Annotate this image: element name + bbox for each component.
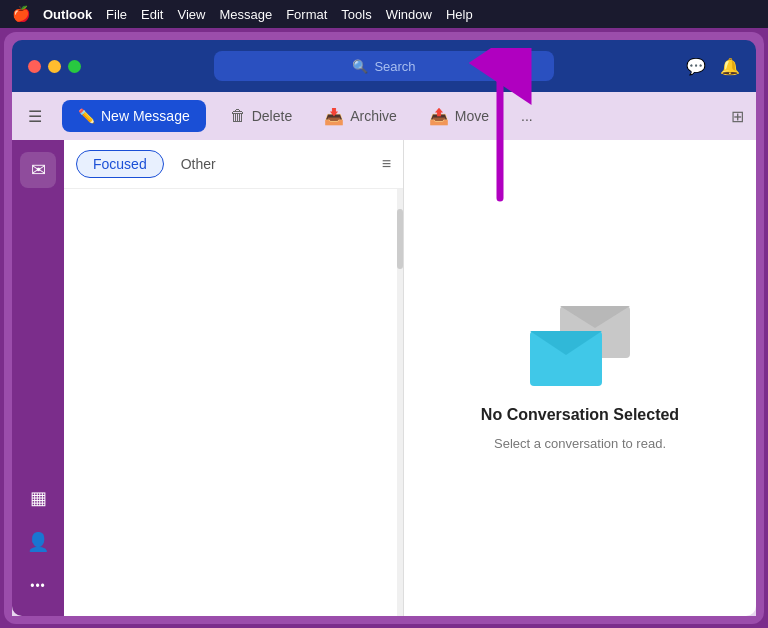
filter-icon[interactable]: ≡ (382, 155, 391, 173)
minimize-button[interactable] (48, 60, 61, 73)
title-bar-actions: 💬 🔔 (686, 57, 740, 76)
more-icon: ••• (30, 579, 46, 593)
hamburger-button[interactable]: ☰ (24, 103, 46, 130)
move-label: Move (455, 108, 489, 124)
move-action[interactable]: 📤 Move (421, 101, 497, 132)
no-conversation-subtitle: Select a conversation to read. (494, 436, 666, 451)
sidebar-item-contacts[interactable]: 👤 (20, 524, 56, 560)
email-list-panel: Focused Other ≡ (64, 140, 404, 616)
archive-action[interactable]: 📥 Archive (316, 101, 405, 132)
new-message-button[interactable]: ✏️ New Message (62, 100, 206, 132)
menu-item-view[interactable]: View (177, 7, 205, 22)
close-button[interactable] (28, 60, 41, 73)
archive-icon: 📥 (324, 107, 344, 126)
more-action[interactable]: ... (513, 102, 541, 130)
sidebar-item-mail[interactable]: ✉ (20, 152, 56, 188)
menu-item-message[interactable]: Message (219, 7, 272, 22)
no-conversation-title: No Conversation Selected (481, 406, 679, 424)
menu-item-tools[interactable]: Tools (341, 7, 371, 22)
move-icon: 📤 (429, 107, 449, 126)
notification-icon[interactable]: 🔔 (720, 57, 740, 76)
search-input[interactable]: 🔍 Search (214, 51, 554, 81)
menu-item-edit[interactable]: Edit (141, 7, 163, 22)
envelope-illustration (530, 306, 630, 386)
delete-icon: 🗑 (230, 107, 246, 125)
menu-item-window[interactable]: Window (386, 7, 432, 22)
toolbar: ☰ ✏️ New Message 🗑 Delete 📥 Archive 📤 Mo… (12, 92, 756, 140)
tab-focused[interactable]: Focused (76, 150, 164, 178)
traffic-lights (28, 60, 81, 73)
tabs-bar: Focused Other ≡ (64, 140, 403, 189)
search-bar: 🔍 Search (28, 51, 740, 81)
no-conversation-state: No Conversation Selected Select a conver… (481, 306, 679, 451)
calendar-icon: ▦ (30, 487, 47, 509)
menu-item-format[interactable]: Format (286, 7, 327, 22)
apple-icon[interactable]: 🍎 (12, 5, 31, 23)
sidebar-item-calendar[interactable]: ▦ (20, 480, 56, 516)
delete-action[interactable]: 🗑 Delete (222, 101, 300, 131)
delete-label: Delete (252, 108, 292, 124)
scrollbar-track[interactable] (397, 189, 403, 616)
tab-other[interactable]: Other (164, 150, 233, 178)
chat-icon[interactable]: 💬 (686, 57, 706, 76)
contacts-icon: 👤 (27, 531, 49, 553)
new-message-label: New Message (101, 108, 190, 124)
sidebar-item-more[interactable]: ••• (20, 568, 56, 604)
menu-item-outlook[interactable]: Outlook (43, 7, 92, 22)
maximize-button[interactable] (68, 60, 81, 73)
mail-icon: ✉ (31, 159, 46, 181)
reading-pane: No Conversation Selected Select a conver… (404, 140, 756, 616)
menu-item-file[interactable]: File (106, 7, 127, 22)
search-icon: 🔍 (352, 59, 368, 74)
envelope-front (530, 331, 602, 386)
title-bar: 🔍 Search 💬 🔔 (12, 40, 756, 92)
layout-toggle-icon[interactable]: ⊞ (731, 107, 744, 126)
menu-item-help[interactable]: Help (446, 7, 473, 22)
app-window: 🔍 Search 💬 🔔 ☰ ✏️ New Message 🗑 Delete 📥… (4, 32, 764, 624)
email-list-body (64, 189, 403, 616)
menu-items: Outlook File Edit View Message Format To… (43, 7, 473, 22)
scrollbar-thumb[interactable] (397, 209, 403, 269)
compose-icon: ✏️ (78, 108, 95, 124)
sidebar: ✉ ▦ 👤 ••• (12, 140, 64, 616)
main-content: ✉ ▦ 👤 ••• Focused Other ≡ (12, 140, 756, 616)
archive-label: Archive (350, 108, 397, 124)
search-placeholder-text: Search (374, 59, 415, 74)
menu-bar: 🍎 Outlook File Edit View Message Format … (0, 0, 768, 28)
more-label: ... (521, 108, 533, 124)
